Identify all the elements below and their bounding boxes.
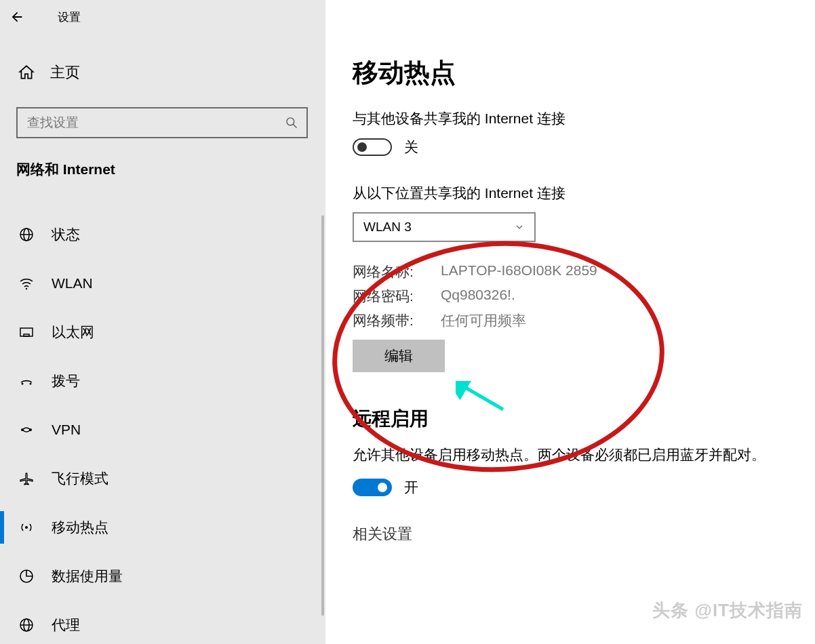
nav-status[interactable]: 状态 <box>0 210 325 259</box>
nav-label: WLAN <box>52 275 93 291</box>
share-toggle-text: 关 <box>404 138 418 157</box>
remote-toggle-text: 开 <box>404 478 418 497</box>
wifi-icon <box>18 275 35 292</box>
globe-icon <box>18 226 35 243</box>
svg-point-11 <box>30 383 32 385</box>
related-heading: 相关设置 <box>353 524 815 544</box>
sidebar: 设置 主页 网络和 Internet 状态 <box>0 0 325 644</box>
network-password-value: Qq980326!. <box>441 287 515 306</box>
nav-airplane[interactable]: 飞行模式 <box>0 454 325 503</box>
proxy-icon <box>18 616 35 634</box>
network-band-value: 任何可用频率 <box>441 311 526 330</box>
svg-rect-9 <box>24 334 29 336</box>
watermark: 头条 @IT技术指南 <box>652 599 803 622</box>
nav-vpn[interactable]: VPN <box>0 405 325 454</box>
nav-data-usage[interactable]: 数据使用量 <box>0 552 325 601</box>
nav-proxy[interactable]: 代理 <box>0 601 325 644</box>
search-input[interactable] <box>18 115 277 130</box>
svg-point-2 <box>287 118 294 125</box>
from-label: 从以下位置共享我的 Internet 连接 <box>353 184 815 203</box>
nav-label: 以太网 <box>52 323 94 342</box>
remote-toggle[interactable] <box>353 479 392 496</box>
dialup-icon <box>18 372 35 390</box>
network-name-key: 网络名称: <box>353 262 441 281</box>
nav-label: 移动热点 <box>52 518 108 537</box>
nav-dialup[interactable]: 拨号 <box>0 357 325 405</box>
nav-label: 拨号 <box>52 371 80 390</box>
nav-wlan[interactable]: WLAN <box>0 259 325 308</box>
airplane-icon <box>18 470 35 487</box>
nav-list: 状态 WLAN 以太网 拨号 VPN 飞行模式 移动热点 数据使用量 <box>0 210 325 644</box>
svg-point-7 <box>26 288 27 289</box>
connection-dropdown[interactable]: WLAN 3 <box>353 212 536 242</box>
home-label: 主页 <box>50 62 80 83</box>
hotspot-icon <box>18 519 35 536</box>
content-pane: 移动热点 与其他设备共享我的 Internet 连接 关 从以下位置共享我的 I… <box>325 0 815 644</box>
app-title: 设置 <box>58 9 81 25</box>
network-name-value: LAPTOP-I68OI08K 2859 <box>441 262 597 281</box>
search-box[interactable] <box>16 107 308 138</box>
svg-rect-8 <box>20 328 33 336</box>
share-label: 与其他设备共享我的 Internet 连接 <box>353 109 815 128</box>
page-title: 移动热点 <box>353 56 815 90</box>
nav-label: 状态 <box>52 225 80 244</box>
network-band-key: 网络频带: <box>353 311 441 330</box>
nav-ethernet[interactable]: 以太网 <box>0 308 325 357</box>
svg-point-10 <box>22 383 24 385</box>
remote-description: 允许其他设备启用移动热点。两个设备必须都已启用蓝牙并配对。 <box>353 444 766 466</box>
sidebar-scrollbar[interactable] <box>321 216 324 616</box>
home-nav[interactable]: 主页 <box>18 62 80 83</box>
network-password-key: 网络密码: <box>353 287 441 306</box>
chevron-down-icon <box>514 222 525 233</box>
nav-label: 飞行模式 <box>52 469 108 488</box>
data-icon <box>18 567 35 585</box>
network-password-row: 网络密码: Qq980326!. <box>353 287 815 306</box>
home-icon <box>18 64 35 81</box>
dropdown-value: WLAN 3 <box>363 220 412 235</box>
svg-line-3 <box>294 125 297 128</box>
share-toggle[interactable] <box>353 138 392 156</box>
search-icon <box>277 116 306 129</box>
nav-label: VPN <box>52 422 81 438</box>
arrow-left-icon <box>9 9 24 24</box>
ethernet-icon <box>18 323 35 341</box>
network-name-row: 网络名称: LAPTOP-I68OI08K 2859 <box>353 262 815 281</box>
vpn-icon <box>18 421 35 439</box>
back-button[interactable] <box>0 0 34 34</box>
edit-button[interactable]: 编辑 <box>353 340 445 372</box>
svg-point-14 <box>25 526 28 529</box>
nav-hotspot[interactable]: 移动热点 <box>0 503 325 552</box>
nav-label: 数据使用量 <box>52 567 123 586</box>
nav-label: 代理 <box>52 616 80 635</box>
category-heading: 网络和 Internet <box>16 160 115 179</box>
network-band-row: 网络频带: 任何可用频率 <box>353 311 815 330</box>
remote-heading: 远程启用 <box>353 406 815 432</box>
